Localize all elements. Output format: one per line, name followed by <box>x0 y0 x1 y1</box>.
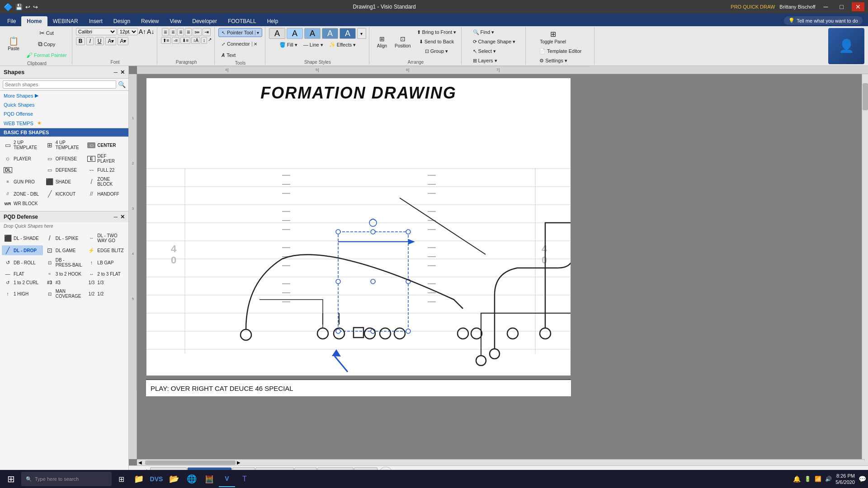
format-painter-button[interactable]: 🖌Format Painter <box>24 50 69 60</box>
search-btn[interactable]: 🔍 <box>118 81 126 88</box>
shape-wr-block[interactable]: WR WR BLOCK <box>2 200 43 207</box>
more-shapes-link[interactable]: More Shapes ▶ <box>0 91 128 100</box>
spacing-btn[interactable]: ↕ <box>201 37 207 44</box>
shape-def-player[interactable]: E DEF PLAYER <box>85 152 127 165</box>
pqd-flat[interactable]: —FLAT <box>2 270 43 278</box>
h-scroll-left-btn[interactable]: ◀ <box>137 460 143 465</box>
justify-btn[interactable]: ≡ <box>185 28 192 36</box>
tab-view[interactable]: View <box>164 16 187 26</box>
pqd-3to2-hook[interactable]: ≈3 to 2 HOOK <box>44 270 85 278</box>
shape-handoff[interactable]: //HANDOFF <box>85 189 127 199</box>
find-button[interactable]: 🔍 Find ▾ <box>471 28 497 37</box>
shape-kickout[interactable]: ╱KICKOUT <box>44 189 85 199</box>
text-dir-btn[interactable]: ↕A <box>191 37 200 44</box>
shape-full22[interactable]: ~~FULL 22 <box>85 166 127 174</box>
search-input[interactable] <box>3 80 116 89</box>
align-right-btn[interactable]: ≡ <box>177 28 184 36</box>
shape-zone-block[interactable]: /ZONE BLOCK <box>85 175 127 188</box>
pqd-minimize-btn[interactable]: ─ <box>113 214 118 220</box>
tab-home[interactable]: Home <box>21 16 47 26</box>
taskbar-teams[interactable]: T <box>236 471 253 487</box>
pqd-lb-gap[interactable]: ↑LB GAP <box>85 256 127 269</box>
v-scroll-thumb[interactable] <box>863 83 868 110</box>
group-button[interactable]: ⊡ Group ▾ <box>415 47 459 56</box>
tab-file[interactable]: File <box>2 16 21 26</box>
font-shrink-btn[interactable]: A↓ <box>147 28 154 35</box>
start-btn[interactable]: ⊞ <box>2 471 20 487</box>
effects-button[interactable]: ✨ Effects ▾ <box>327 41 359 49</box>
italic-btn[interactable]: I <box>86 37 93 45</box>
shape-gun-pro[interactable]: ≡ GUN PRO <box>2 175 43 188</box>
task-view-btn[interactable]: ⊞ <box>113 471 129 487</box>
pqd-db-press-bail[interactable]: ⊡DB -PRESS-BAIL <box>44 256 85 269</box>
style-preset-4[interactable]: A <box>322 28 338 39</box>
send-to-back-button[interactable]: ⬇ Send to Back <box>415 38 459 46</box>
tab-review[interactable]: Review <box>136 16 164 26</box>
pqd-edge-blitz[interactable]: ⚡EDGE BLITZ <box>85 245 127 255</box>
sidebar-close-btn[interactable]: ✕ <box>120 69 125 75</box>
underline-btn[interactable]: U <box>95 37 104 45</box>
tell-me-box[interactable]: 💡 Tell me what you want to do <box>784 16 863 25</box>
connector-button[interactable]: ⤢ Connector ✕ <box>218 39 260 48</box>
tab-design[interactable]: Design <box>108 16 136 26</box>
v-scrollbar[interactable] <box>862 74 868 459</box>
style-preset-1[interactable]: A <box>269 28 285 39</box>
highlight-btn[interactable]: A▾ <box>118 37 128 45</box>
pqd-man-coverage[interactable]: ⊡MANCOVERAGE <box>44 287 85 300</box>
taskbar-chrome[interactable]: 🌐 <box>184 471 200 487</box>
style-preset-2[interactable]: A <box>287 28 303 39</box>
font-color-btn[interactable]: A▾ <box>105 37 116 45</box>
align-left-btn[interactable]: ≡ <box>162 28 169 36</box>
minimize-btn[interactable]: ─ <box>820 2 832 11</box>
pqd-1high[interactable]: ↑1 HIGH <box>2 287 43 300</box>
style-preset-5[interactable]: A <box>340 28 356 39</box>
quick-access-undo[interactable]: ↩ <box>25 4 30 10</box>
shape-dl[interactable]: DL <box>2 166 43 174</box>
list-btn[interactable]: ≔ <box>193 28 202 36</box>
paste-button[interactable]: 📋 Paste <box>5 35 23 53</box>
close-btn[interactable]: ✕ <box>852 2 864 11</box>
bring-to-front-button[interactable]: ⬆ Bring to Front ▾ <box>415 28 459 37</box>
fill-button[interactable]: 🪣 Fill ▾ <box>277 41 300 49</box>
shape-zone-dbl[interactable]: //ZONE - DBL <box>2 189 43 199</box>
pqd-1-3[interactable]: 1/31/3 <box>85 279 127 286</box>
font-grow-btn[interactable]: A↑ <box>139 28 146 35</box>
pqd-close-btn[interactable]: ✕ <box>120 214 125 220</box>
taskbar-folder[interactable]: 📂 <box>166 471 182 487</box>
shape-2up[interactable]: ▭2 UPTEMPLATE <box>2 139 43 151</box>
quick-access-save[interactable]: 💾 <box>15 4 23 10</box>
tab-developer[interactable]: Developer <box>187 16 222 26</box>
align-center-btn[interactable]: ≡ <box>170 28 176 36</box>
toggle-panel-button[interactable]: ⊞ Toggle Panel <box>537 28 569 46</box>
pqd-dl-shade[interactable]: ⬛DL - SHADE <box>2 232 43 244</box>
bold-btn[interactable]: B <box>76 37 85 45</box>
align-button[interactable]: ⊞ Align <box>373 28 391 56</box>
pqd-dl-two-way[interactable]: ↔DL - TWOWAY GO <box>85 232 127 244</box>
pqd-3[interactable]: #3#3 <box>44 279 85 286</box>
h-scrollbar[interactable]: ◀ ▶ <box>137 459 868 465</box>
pqd-dl-spike[interactable]: /DL - SPIKE <box>44 232 85 244</box>
indent-btn[interactable]: ⇥ <box>203 28 211 36</box>
sidebar-minimize-btn[interactable]: ─ <box>113 69 118 75</box>
select-button[interactable]: ↖ Select ▾ <box>471 47 499 56</box>
settings-button[interactable]: ⚙ Settings ▾ <box>537 56 570 65</box>
h-scroll-right-btn[interactable]: ▶ <box>236 460 242 465</box>
maximize-btn[interactable]: □ <box>836 2 847 11</box>
pqd-2to3-flat[interactable]: ↔2 to 3 FLAT <box>85 270 127 278</box>
style-dropdown[interactable]: ▾ <box>357 28 366 39</box>
change-shape-button[interactable]: ⟳ Change Shape ▾ <box>471 38 518 46</box>
shape-player[interactable]: ○PLAYER <box>2 152 43 165</box>
template-editor-button[interactable]: 📄 Template Editor <box>537 47 584 56</box>
pqd-db-roll[interactable]: ↺DB - ROLL <box>2 256 43 269</box>
shape-offense[interactable]: ▭OFFENSE <box>44 152 85 165</box>
style-preset-3[interactable]: A <box>304 28 321 39</box>
taskbar-dvs[interactable]: DVS <box>148 471 165 487</box>
taskbar-file-explorer[interactable]: 📁 <box>131 471 147 487</box>
taskbar-action-center[interactable]: 💬 <box>859 475 866 483</box>
pqd-1to2-curl[interactable]: ↺1 to 2 CURL <box>2 279 43 286</box>
copy-button[interactable]: ⧉Copy <box>24 39 69 49</box>
valign-top-btn[interactable]: ⬆≡ <box>161 37 171 44</box>
shape-shade[interactable]: ⬛SHADE <box>44 175 85 188</box>
taskbar-calculator[interactable]: 🧮 <box>201 471 217 487</box>
pqd-1-2[interactable]: 1/21/2 <box>85 287 127 300</box>
